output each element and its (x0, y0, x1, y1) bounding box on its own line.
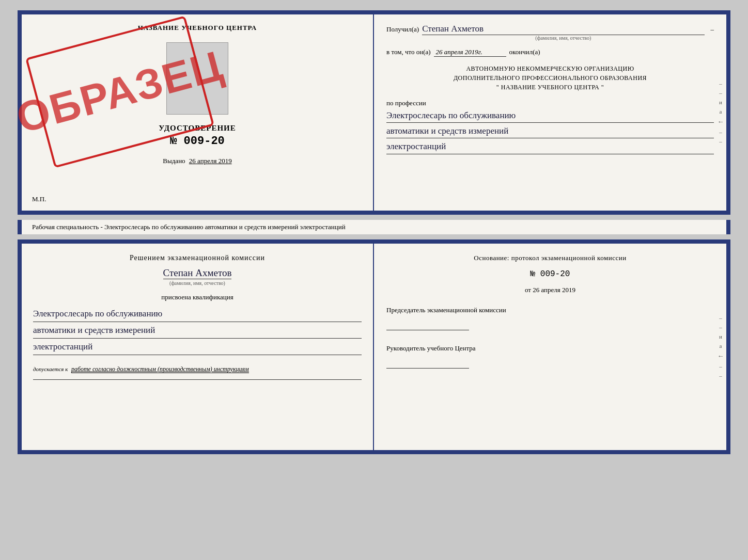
deco-char-3: и (719, 99, 722, 105)
kvalif-line2: автоматики и средств измерений (33, 323, 362, 339)
prof-line3: электростанций (386, 139, 714, 154)
rukovod-sig-line (386, 356, 469, 369)
kvalif-line1: Электрослесарь по обслуживанию (33, 307, 362, 322)
deco-char-7: – (719, 138, 722, 145)
deco-char-1: – (719, 81, 722, 87)
deco2-char-7: – (719, 373, 722, 379)
bottom-fio-sub: (фамилия, имя, отчество) (169, 280, 225, 286)
deco-char-5: ← (718, 118, 724, 126)
vtom-section: в том, что он(а) 26 апреля 2019г. окончи… (386, 48, 714, 57)
cert-top-left: НАЗВАНИЕ УЧЕБНОГО ЦЕНТРА УДОСТОВЕРЕНИЕ №… (22, 14, 374, 211)
vtom-label: в том, что он(а) (386, 48, 431, 56)
prof-line1: Электрослесарь по обслуживанию (386, 108, 714, 123)
org-block: АВТОНОМНУЮ НЕКОММЕРЧЕСКУЮ ОРГАНИЗАЦИЮ ДО… (386, 64, 714, 92)
poluchil-label: Получил(а) (386, 25, 419, 34)
dopuskaetsya-label: допускается к (33, 366, 68, 372)
rukovod-label: Руководитель учебного Центра (386, 344, 714, 353)
chairman-label: Председатель экзаменационной комиссии (386, 306, 714, 315)
dopuskaetsya-text: работе согласно должностным (производств… (71, 365, 249, 373)
bottom-name: Степан Ахметов (163, 267, 232, 279)
prisvoena-label: присвоена квалификация (33, 293, 362, 301)
fio-sub-top: (фамилия, имя, отчество) (422, 35, 704, 41)
vtom-date: 26 апреля 2019г. (434, 48, 506, 57)
dopuskaetsya-section: допускается к работе согласно должностны… (33, 365, 362, 373)
vydano-line: Выдано 26 апреля 2019 (163, 157, 231, 165)
cert-top-right: Получил(а) Степан Ахметов (фамилия, имя,… (374, 14, 726, 211)
udost-number: № 009-20 (170, 135, 225, 148)
org-line3: " НАЗВАНИЕ УЧЕБНОГО ЦЕНТРА " (386, 83, 714, 92)
okончil-label: окончил(а) (509, 48, 540, 56)
org-line1: АВТОНОМНУЮ НЕКОММЕРЧЕСКУЮ ОРГАНИЗАЦИЮ (386, 64, 714, 73)
mp-label: М.П. (32, 195, 46, 203)
middle-label-text: Рабочая специальность - Электрослесарь п… (32, 223, 346, 231)
school-title-top: НАЗВАНИЕ УЧЕБНОГО ЦЕНТРА (138, 24, 257, 32)
osnovanie-text: Основание: протокол экзаменационной коми… (386, 254, 714, 262)
deco2-char-2: – (719, 324, 722, 330)
deco2-char-5: ← (718, 352, 724, 360)
cert-bottom-right: Основание: протокол экзаменационной коми… (374, 244, 726, 450)
kvalif-line3: электростанций (33, 340, 362, 355)
recipient-name: Степан Ахметов (422, 24, 704, 35)
certificate-bottom: Решением экзаменационной комиссии Степан… (18, 239, 730, 454)
deco-char-4: а (720, 108, 722, 115)
deco2-char-6: – (719, 363, 722, 370)
ot-date: от 26 апреля 2019 (386, 286, 714, 294)
protocol-number: № 009-20 (386, 269, 714, 279)
middle-label: Рабочая специальность - Электрослесарь п… (18, 220, 730, 234)
vydano-label: Выдано (163, 157, 185, 165)
resheniem-label: Решением экзаменационной комиссии (33, 254, 362, 262)
deco2-char-4: а (720, 343, 722, 349)
bottom-hr (33, 379, 362, 380)
deco-char-2: – (719, 90, 722, 96)
photo-placeholder (166, 42, 228, 115)
certificate-top: НАЗВАНИЕ УЧЕБНОГО ЦЕНТРА УДОСТОВЕРЕНИЕ №… (18, 10, 730, 215)
org-line2: ДОПОЛНИТЕЛЬНОГО ПРОФЕССИОНАЛЬНОГО ОБРАЗО… (386, 73, 714, 83)
rukovod-section: Руководитель учебного Центра (386, 344, 714, 369)
deco2-char-1: – (719, 315, 722, 321)
chairman-sig-line (386, 318, 469, 330)
prof-line2: автоматики и средств измерений (386, 124, 714, 138)
cert-bottom-left: Решением экзаменационной комиссии Степан… (22, 244, 374, 450)
chairman-section: Председатель экзаменационной комиссии (386, 306, 714, 330)
udost-title: УДОСТОВЕРЕНИЕ (159, 124, 236, 133)
deco2-char-3: и (719, 333, 722, 340)
deco-char-6: – (719, 129, 722, 135)
poluchil-section: Получил(а) Степан Ахметов (фамилия, имя,… (386, 24, 714, 41)
vydano-date: 26 апреля 2019 (189, 157, 232, 165)
po-professii-label: по профессии (386, 99, 714, 107)
